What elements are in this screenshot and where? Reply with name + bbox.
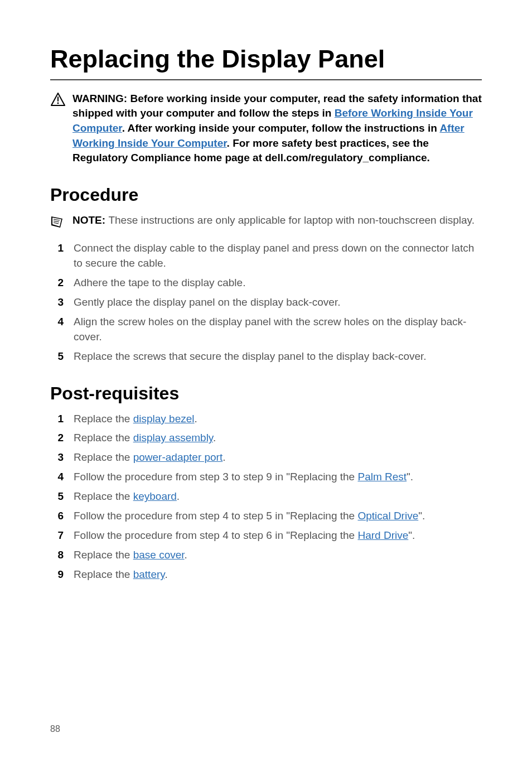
- svg-point-2: [57, 102, 59, 104]
- list-item: Replace the keyboard.: [67, 489, 482, 504]
- page-title: Replacing the Display Panel: [50, 45, 482, 80]
- procedure-steps: Connect the display cable to the display…: [50, 241, 482, 364]
- procedure-heading: Procedure: [50, 185, 482, 205]
- postrequisites-heading: Post-requisites: [50, 383, 482, 404]
- note-body: These instructions are only applicable f…: [108, 214, 475, 226]
- step-text: Follow the procedure from step 4 to step…: [74, 510, 357, 522]
- step-tail: .: [223, 451, 225, 463]
- note-icon: [50, 213, 66, 231]
- step-text: Replace the: [74, 451, 133, 463]
- step-tail: .: [177, 490, 180, 502]
- list-item: Replace the battery.: [67, 567, 482, 582]
- step-text: Replace the: [74, 432, 133, 443]
- list-item: Follow the procedure from step 4 to step…: [67, 528, 482, 543]
- step-tail: ".: [418, 510, 425, 522]
- step-text: Follow the procedure from step 4 to step…: [74, 529, 357, 541]
- list-item: Replace the display bezel.: [67, 412, 482, 427]
- warning-icon: [50, 91, 66, 106]
- link-keyboard[interactable]: keyboard: [133, 490, 177, 502]
- step-tail: .: [213, 432, 216, 443]
- list-item: Connect the display cable to the display…: [67, 241, 482, 271]
- list-item: Replace the display assembly.: [67, 431, 482, 446]
- link-power-adapter-port[interactable]: power-adapter port: [133, 451, 223, 463]
- list-item: Follow the procedure from step 3 to step…: [67, 470, 482, 485]
- step-text: Replace the: [74, 490, 133, 502]
- step-tail: ".: [408, 529, 415, 541]
- list-item: Gently place the display panel on the di…: [67, 295, 482, 310]
- link-hard-drive[interactable]: Hard Drive: [357, 529, 408, 541]
- list-item: Adhere the tape to the display cable.: [67, 276, 482, 291]
- link-battery[interactable]: battery: [133, 568, 165, 580]
- list-item: Align the screw holes on the display pan…: [67, 315, 482, 345]
- link-optical-drive[interactable]: Optical Drive: [357, 510, 418, 522]
- step-tail: .: [165, 568, 167, 580]
- link-palm-rest[interactable]: Palm Rest: [357, 471, 407, 483]
- step-tail: ".: [407, 471, 413, 483]
- note-text: NOTE: These instructions are only applic…: [72, 213, 482, 228]
- note-label: NOTE:: [72, 214, 108, 226]
- step-tail: .: [185, 549, 187, 561]
- step-text: Follow the procedure from step 3 to step…: [74, 471, 357, 483]
- warning-mid1: . After working inside your computer, fo…: [122, 122, 440, 134]
- postrequisites-steps: Replace the display bezel. Replace the d…: [50, 412, 482, 583]
- page-number: 88: [50, 724, 60, 734]
- list-item: Replace the power-adapter port.: [67, 450, 482, 465]
- step-text: Replace the: [74, 568, 133, 580]
- step-tail: .: [195, 413, 197, 425]
- link-display-assembly[interactable]: display assembly: [133, 432, 213, 443]
- step-text: Replace the: [74, 549, 133, 561]
- link-display-bezel[interactable]: display bezel: [133, 413, 195, 425]
- list-item: Replace the screws that secure the displ…: [67, 349, 482, 364]
- list-item: Follow the procedure from step 4 to step…: [67, 509, 482, 524]
- warning-text: WARNING: Before working inside your comp…: [72, 91, 482, 166]
- list-item: Replace the base cover.: [67, 548, 482, 563]
- link-base-cover[interactable]: base cover: [133, 549, 185, 561]
- step-text: Replace the: [74, 413, 133, 425]
- note-block: NOTE: These instructions are only applic…: [50, 213, 482, 231]
- warning-block: WARNING: Before working inside your comp…: [50, 91, 482, 166]
